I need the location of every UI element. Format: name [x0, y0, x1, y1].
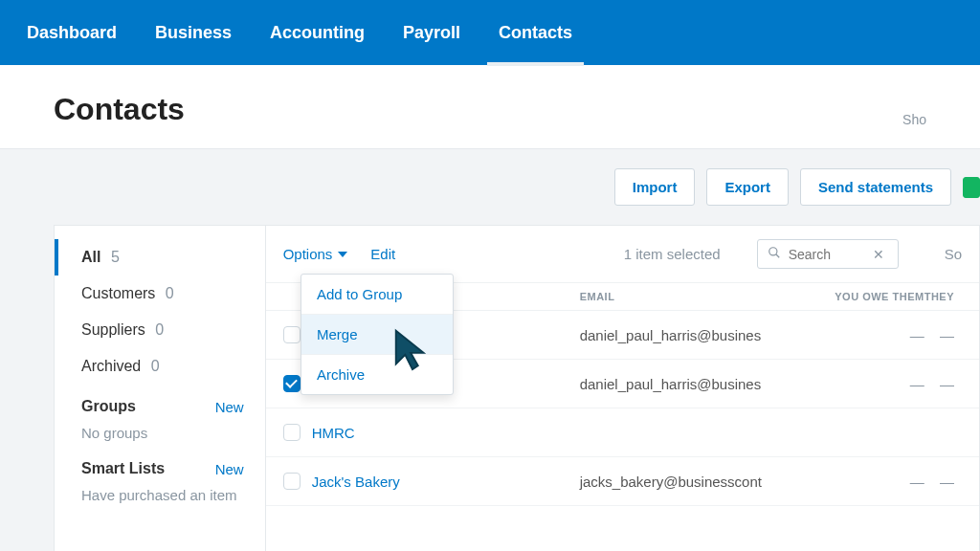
header-they-owe: THEY: [924, 291, 962, 302]
filter-archived[interactable]: Archived 0: [55, 348, 265, 385]
header-you-owe: YOU OWE THEM: [791, 291, 924, 302]
clear-search-icon[interactable]: ✕: [873, 247, 884, 262]
show-truncated[interactable]: Sho: [902, 112, 926, 127]
filter-all[interactable]: All 5: [55, 239, 265, 276]
contact-name[interactable]: Jack's Bakery: [312, 474, 400, 490]
groups-heading: Groups New: [55, 385, 265, 421]
row-checkbox[interactable]: [283, 424, 301, 441]
export-button[interactable]: Export: [706, 168, 789, 206]
action-bar: Import Export Send statements: [0, 149, 980, 225]
row-checkbox[interactable]: [283, 326, 301, 343]
smart-lists-heading: Smart Lists New: [55, 447, 265, 483]
new-contact-button[interactable]: [963, 177, 980, 198]
nav-accounting[interactable]: Accounting: [266, 4, 368, 62]
contact-name[interactable]: HMRC: [312, 425, 355, 441]
search-icon: [768, 246, 781, 262]
no-groups-label: No groups: [55, 421, 265, 447]
contact-email: daniel_paul_harris@busines: [580, 327, 762, 343]
new-group-link[interactable]: New: [215, 399, 244, 415]
sidebar: All 5 Customers 0 Suppliers 0 Archived 0…: [55, 226, 266, 551]
title-bar: Contacts Sho: [0, 65, 980, 149]
svg-point-0: [768, 248, 776, 255]
sort-truncated[interactable]: So: [945, 246, 962, 262]
nav-payroll[interactable]: Payroll: [399, 4, 464, 62]
caret-down-icon: [338, 252, 347, 257]
row-checkbox[interactable]: [283, 375, 301, 392]
import-button[interactable]: Import: [614, 168, 696, 206]
nav-contacts[interactable]: Contacts: [495, 4, 576, 62]
contact-email: daniel_paul_harris@busines: [580, 376, 762, 392]
selection-count: 1 item selected: [624, 246, 721, 262]
option-archive[interactable]: Archive: [301, 354, 453, 394]
svg-line-1: [775, 254, 779, 258]
filter-customers[interactable]: Customers 0: [55, 276, 265, 312]
header-email: EMAIL: [580, 291, 791, 302]
table-row[interactable]: Jack's Bakery jacks_bakery@businesscont …: [266, 457, 979, 506]
option-add-to-group[interactable]: Add to Group: [301, 275, 453, 314]
contact-email: jacks_bakery@businesscont: [580, 474, 762, 490]
edit-link[interactable]: Edit: [370, 246, 395, 262]
search-box[interactable]: ✕: [757, 239, 899, 269]
top-nav: Dashboard Business Accounting Payroll Co…: [0, 0, 980, 65]
nav-business[interactable]: Business: [151, 4, 235, 62]
filter-suppliers[interactable]: Suppliers 0: [55, 312, 265, 348]
new-smart-list-link[interactable]: New: [215, 461, 244, 477]
option-merge[interactable]: Merge: [301, 314, 453, 354]
options-dropdown: Add to Group Merge Archive: [301, 274, 454, 395]
table-row[interactable]: HMRC: [266, 408, 979, 457]
nav-dashboard[interactable]: Dashboard: [23, 4, 121, 62]
send-statements-button[interactable]: Send statements: [800, 168, 951, 206]
smart-list-item[interactable]: Have purchased an item: [55, 483, 265, 509]
search-input[interactable]: [789, 247, 865, 262]
contacts-panel: All 5 Customers 0 Suppliers 0 Archived 0…: [54, 225, 980, 551]
options-dropdown-trigger[interactable]: Options: [283, 246, 348, 262]
row-checkbox[interactable]: [283, 473, 301, 490]
page-title: Contacts: [54, 92, 185, 127]
